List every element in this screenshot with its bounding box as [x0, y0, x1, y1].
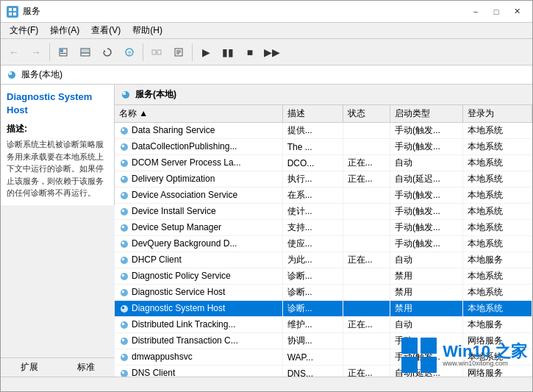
- service-startup-cell: 自动: [390, 252, 462, 268]
- back-button[interactable]: ←: [4, 42, 24, 63]
- service-name-cell: Device Setup Manager: [115, 220, 282, 236]
- minimize-button[interactable]: −: [466, 4, 485, 19]
- svg-rect-33: [122, 193, 124, 196]
- help-button[interactable]: ?: [119, 42, 140, 63]
- table-row[interactable]: DevQuery Background D...使应...手动(触发...本地系…: [115, 236, 532, 252]
- table-row[interactable]: Device Setup Manager支持...手动(触发...本地系统: [115, 220, 532, 236]
- col-header-name[interactable]: 名称 ▲: [115, 105, 282, 123]
- table-row[interactable]: DataCollectionPublishing...The ...手动(触发.…: [115, 139, 532, 155]
- service-name-cell: Diagnostic Service Host: [115, 285, 282, 301]
- service-name-cell: Diagnostic System Host: [115, 301, 282, 317]
- table-row[interactable]: Diagnostic Policy Service诊断...禁用本地系统: [115, 268, 532, 285]
- show-console[interactable]: [75, 42, 96, 63]
- service-name: Device Setup Manager: [132, 222, 221, 232]
- svg-rect-31: [122, 177, 124, 179]
- service-startup-cell: 自动: [390, 155, 462, 171]
- service-status-cell: [343, 139, 390, 155]
- service-icon: [119, 206, 132, 216]
- service-status-cell: [343, 204, 390, 220]
- connect-button[interactable]: [146, 42, 167, 63]
- col-header-login[interactable]: 登录为: [463, 105, 532, 123]
- menu-view[interactable]: 查看(V): [85, 23, 126, 38]
- start-service-button[interactable]: ▶: [196, 42, 216, 63]
- service-status-cell: [343, 349, 390, 366]
- maximize-button[interactable]: □: [487, 4, 506, 19]
- service-name: Device Install Service: [132, 206, 216, 216]
- col-header-startup[interactable]: 启动类型: [390, 105, 462, 123]
- service-icon: [119, 335, 132, 346]
- right-panel: 服务(本地) 名称 ▲ 描述 状态: [115, 85, 532, 377]
- service-name: Diagnostic System Host: [132, 303, 225, 313]
- menu-help[interactable]: 帮助(H): [126, 23, 168, 38]
- table-header-row: 名称 ▲ 描述 状态 启动类型: [115, 105, 532, 123]
- service-status-cell: [343, 123, 390, 139]
- panel-title: Diagnostic System Host: [7, 90, 108, 117]
- service-startup-cell: 手动(触发...: [390, 188, 462, 204]
- service-name-cell: Device Install Service: [115, 204, 282, 220]
- svg-rect-37: [122, 226, 124, 228]
- service-login-cell: 本地服务: [463, 252, 532, 268]
- service-startup-cell: 禁用: [390, 285, 462, 301]
- left-wrapper: Diagnostic System Host 描述: 诊断系统主机被诊断策略服务…: [1, 85, 115, 377]
- table-row[interactable]: Delivery Optimization执行...正在...自动(延迟...本…: [115, 171, 532, 188]
- pause-service-button[interactable]: ▮▮: [218, 42, 238, 63]
- up-button[interactable]: [53, 42, 74, 63]
- service-login-cell: 本地系统: [463, 188, 532, 204]
- expand-button[interactable]: 扩展: [1, 358, 58, 377]
- title-bar-controls: − □ ✕: [466, 4, 526, 19]
- col-header-status[interactable]: 状态: [343, 105, 390, 123]
- forward-button[interactable]: →: [26, 42, 46, 63]
- restart-service-button[interactable]: ▶▶: [262, 42, 282, 63]
- service-desc-cell: 使应...: [282, 236, 343, 252]
- service-name: Distributed Transaction C...: [132, 335, 238, 346]
- svg-rect-53: [122, 355, 124, 357]
- windows-logo: [400, 336, 438, 374]
- standard-button[interactable]: 标准: [58, 358, 115, 377]
- svg-rect-49: [122, 323, 124, 325]
- menu-action[interactable]: 操作(A): [44, 23, 85, 38]
- service-status-cell: 正在...: [343, 252, 390, 268]
- service-status-cell: [343, 301, 390, 317]
- svg-marker-10: [104, 50, 106, 52]
- table-row[interactable]: Distributed Link Tracking...维护...正在...自动…: [115, 317, 532, 333]
- properties-button[interactable]: [168, 42, 189, 63]
- table-row[interactable]: DHCP Client为此...正在...自动本地服务: [115, 252, 532, 268]
- stop-service-button[interactable]: ■: [240, 42, 260, 63]
- menu-file[interactable]: 文件(F): [4, 23, 44, 38]
- address-label: [7, 69, 17, 80]
- service-login-cell: 本地系统: [463, 285, 532, 301]
- panel-description: 诊断系统主机被诊断策略服务用来承载要在本地系统上下文中运行的诊断。如果停止该服务…: [7, 138, 108, 199]
- service-desc-cell: The ...: [282, 139, 343, 155]
- service-icon: [119, 254, 132, 265]
- refresh-button[interactable]: [97, 42, 118, 63]
- table-row[interactable]: Device Install Service使计...手动(触发...本地系统: [115, 204, 532, 220]
- toolbar: ← → ?: [1, 39, 532, 65]
- watermark: Win10 之家 www.win10xitong.com: [400, 336, 527, 374]
- table-row[interactable]: DCOM Server Process La...DCO...正在...自动本地…: [115, 155, 532, 171]
- service-desc-cell: 诊断...: [282, 285, 343, 301]
- table-row[interactable]: Diagnostic System Host诊断...禁用本地系统: [115, 301, 532, 317]
- service-desc-cell: 使计...: [282, 204, 343, 220]
- service-desc-cell: 为此...: [282, 252, 343, 268]
- service-login-cell: 本地系统: [463, 204, 532, 220]
- service-status-cell: [343, 333, 390, 349]
- svg-rect-29: [122, 161, 124, 163]
- col-header-desc[interactable]: 描述: [282, 105, 343, 123]
- watermark-text: Win10 之家 www.win10xitong.com: [443, 343, 527, 367]
- service-desc-cell: 协调...: [282, 333, 343, 349]
- watermark-url: www.win10xitong.com: [443, 360, 527, 367]
- service-login-cell: 本地系统: [463, 139, 532, 155]
- service-startup-cell: 禁用: [390, 301, 462, 317]
- toolbar-sep-1: [49, 43, 50, 61]
- menu-bar: 文件(F) 操作(A) 查看(V) 帮助(H): [1, 23, 532, 39]
- close-button[interactable]: ✕: [507, 4, 526, 19]
- service-desc-cell: 执行...: [282, 171, 343, 188]
- table-row[interactable]: Diagnostic Service Host诊断...禁用本地系统: [115, 285, 532, 301]
- service-icon: [119, 368, 132, 377]
- service-icon: [119, 174, 132, 184]
- address-bar: 服务(本地): [1, 65, 532, 85]
- table-row[interactable]: Data Sharing Service提供...手动(触发...本地系统: [115, 123, 532, 139]
- table-row[interactable]: Device Association Service在系...手动(触发...本…: [115, 188, 532, 204]
- svg-rect-47: [122, 307, 124, 309]
- service-status-cell: [343, 285, 390, 301]
